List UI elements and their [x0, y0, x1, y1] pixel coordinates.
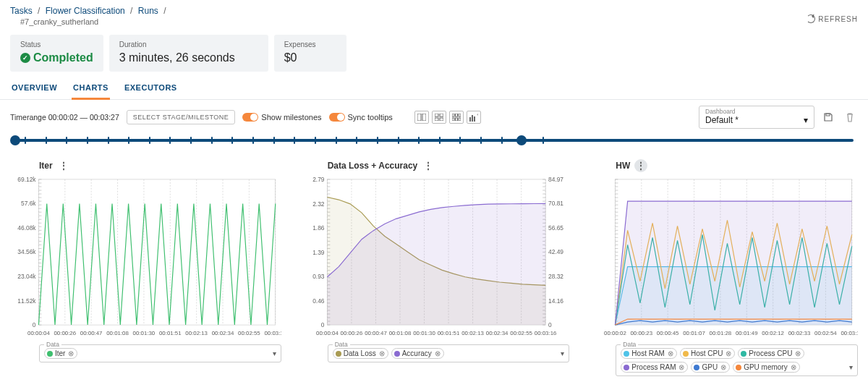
refresh-icon: [807, 14, 815, 23]
svg-rect-5: [440, 118, 443, 121]
chevron-down-icon[interactable]: ▾: [270, 349, 276, 357]
svg-text:84.97: 84.97: [548, 177, 563, 183]
svg-text:11.52k: 11.52k: [17, 297, 36, 305]
toggle-sync-tooltips[interactable]: Sync tooltips: [329, 113, 393, 122]
timerange-label: Timerange 00:00:02 — 00:03:27: [10, 113, 119, 122]
chip-host-cpu[interactable]: Host CPU⊗: [680, 348, 735, 359]
svg-text:00:00:04: 00:00:04: [27, 330, 50, 336]
svg-text:00:01:08: 00:01:08: [388, 330, 411, 336]
chip-process-ram[interactable]: Process RAM⊗: [621, 362, 688, 373]
expenses-card: Expenses $0: [274, 35, 346, 72]
chip-host-ram[interactable]: Host RAM⊗: [621, 348, 677, 359]
svg-rect-7: [455, 114, 457, 116]
tab-overview[interactable]: OVERVIEW: [10, 77, 59, 99]
svg-rect-3: [440, 114, 443, 116]
chip-data-loss[interactable]: Data Loss ⊗: [333, 348, 388, 359]
remove-icon[interactable]: ⊗: [68, 349, 74, 357]
svg-text:00:02:34: 00:02:34: [485, 330, 508, 336]
expenses-label: Expenses: [284, 41, 336, 48]
expenses-value: $0: [284, 51, 336, 64]
svg-text:00:01:51: 00:01:51: [159, 330, 182, 336]
tabs: OVERVIEW CHARTS EXECUTORS: [0, 77, 868, 100]
status-label: Status: [20, 41, 93, 48]
remove-icon[interactable]: ⊗: [678, 363, 684, 371]
svg-rect-6: [452, 114, 454, 116]
tab-executors[interactable]: EXECUTORS: [123, 77, 179, 99]
svg-text:0.93: 0.93: [312, 273, 325, 280]
delete-dashboard-button[interactable]: [842, 109, 858, 125]
svg-text:42.49: 42.49: [548, 248, 563, 255]
breadcrumb: Tasks / Flower Classification / Runs /: [10, 6, 169, 16]
chart-panel-loss-accuracy: Data Loss + Accuracy ⋮ 00:00:0400:00:260…: [299, 158, 570, 376]
chart-menu-button[interactable]: ⋮: [57, 159, 70, 172]
chart-data-select[interactable]: Data Iter ⊗ ▾: [39, 344, 281, 362]
slider-thumb-start[interactable]: [10, 135, 20, 145]
svg-text:0.46: 0.46: [312, 297, 325, 305]
svg-text:00:02:34: 00:02:34: [212, 330, 234, 336]
chart-title: Data Loss + Accuracy: [328, 161, 418, 171]
duration-value: 3 minutes, 26 seconds: [119, 51, 258, 64]
svg-text:56.65: 56.65: [548, 224, 563, 232]
chart-hw[interactable]: 00:00:0200:00:2300:00:4500:01:0700:01:28…: [587, 177, 858, 340]
chart-menu-button[interactable]: ⋮: [634, 159, 647, 172]
select-stage-button[interactable]: SELECT STAGE/MILESTONE: [127, 110, 236, 124]
chart-menu-button[interactable]: ⋮: [422, 159, 435, 172]
chip-gpu-memory[interactable]: GPU memory⊗: [733, 362, 800, 373]
chip-gpu[interactable]: GPU⊗: [691, 362, 730, 373]
svg-text:00:03:16: 00:03:16: [264, 330, 281, 336]
remove-icon[interactable]: ⊗: [668, 349, 673, 357]
chip-iter[interactable]: Iter ⊗: [44, 348, 77, 359]
switch-icon: [329, 113, 345, 122]
dashboard-select[interactable]: Dashboard Default * ▾: [699, 106, 814, 129]
tab-charts[interactable]: CHARTS: [72, 77, 110, 99]
svg-text:0: 0: [548, 321, 552, 328]
svg-text:2.79: 2.79: [312, 177, 325, 183]
save-dashboard-button[interactable]: [820, 109, 836, 125]
svg-text:00:01:30: 00:01:30: [133, 330, 156, 336]
svg-text:14.16: 14.16: [548, 297, 563, 305]
timerange-slider[interactable]: [10, 135, 858, 146]
svg-rect-11: [459, 118, 461, 121]
chevron-down-icon: ▾: [804, 115, 808, 125]
svg-rect-14: [474, 116, 475, 122]
remove-icon[interactable]: ⊗: [795, 349, 801, 357]
chart-loss-accuracy[interactable]: 00:00:0400:00:2600:00:4700:01:0800:01:30…: [299, 177, 570, 340]
chart-data-select[interactable]: Data Data Loss ⊗ Accuracy ⊗ ▾: [328, 344, 570, 362]
chip-process-cpu[interactable]: Process CPU⊗: [738, 348, 804, 359]
status-value: ✓ Completed: [20, 51, 93, 64]
svg-text:57.6k: 57.6k: [21, 200, 36, 207]
svg-text:23.04k: 23.04k: [17, 273, 36, 280]
svg-text:00:00:23: 00:00:23: [631, 330, 653, 336]
svg-text:00:01:08: 00:01:08: [106, 330, 129, 336]
refresh-button[interactable]: REFRESH: [807, 14, 858, 23]
layout-dense-button[interactable]: [449, 111, 464, 124]
remove-icon[interactable]: ⊗: [726, 349, 731, 357]
layout-cols-button[interactable]: [414, 111, 429, 124]
breadcrumb-task[interactable]: Flower Classification: [46, 6, 125, 16]
remove-icon[interactable]: ⊗: [379, 349, 385, 357]
remove-icon[interactable]: ⊗: [435, 349, 441, 357]
run-name: #7_cranky_sutherland: [20, 17, 169, 26]
breadcrumb-runs[interactable]: Runs: [138, 6, 158, 16]
breadcrumb-tasks[interactable]: Tasks: [10, 6, 33, 16]
chart-panel-hw: HW ⋮ 00:00:0200:00:2300:00:4500:01:0700:…: [587, 158, 858, 376]
svg-text:+: +: [477, 113, 478, 117]
layout-grid-button[interactable]: [432, 111, 446, 124]
check-icon: ✓: [20, 53, 30, 63]
remove-icon[interactable]: ⊗: [720, 363, 726, 371]
chip-accuracy[interactable]: Accuracy ⊗: [391, 348, 444, 359]
remove-icon[interactable]: ⊗: [791, 363, 796, 371]
svg-text:00:03:18: 00:03:18: [841, 330, 858, 336]
chevron-down-icon[interactable]: ▾: [846, 363, 853, 371]
svg-text:00:01:28: 00:01:28: [710, 330, 732, 336]
add-chart-button[interactable]: +: [467, 111, 481, 124]
svg-text:00:02:54: 00:02:54: [814, 330, 837, 336]
chevron-down-icon[interactable]: ▾: [558, 349, 564, 357]
chart-iter[interactable]: 00:00:0400:00:2600:00:4700:01:0800:01:30…: [10, 177, 281, 340]
svg-rect-1: [422, 114, 426, 121]
chart-title: Iter: [39, 161, 53, 171]
svg-text:00:01:07: 00:01:07: [684, 330, 706, 336]
chart-data-select[interactable]: Data Host RAM⊗ Host CPU⊗ Process CPU⊗ Pr…: [616, 344, 858, 376]
svg-rect-10: [455, 118, 457, 121]
toggle-show-milestones[interactable]: Show milestones: [242, 113, 321, 122]
